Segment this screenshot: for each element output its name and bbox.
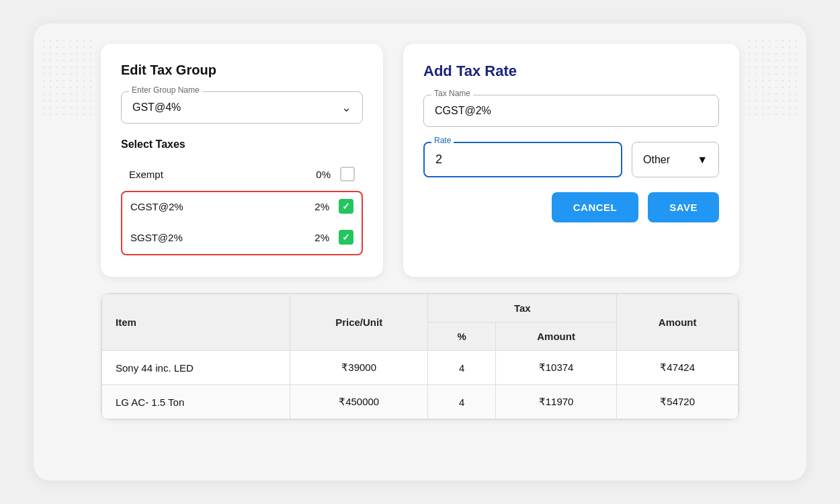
group-name-field-group: Enter Group Name GST@4% ⌄ [121,91,363,124]
main-container: Edit Tax Group Enter Group Name GST@4% ⌄… [34,24,806,480]
tax-pct-cgst: 2% [309,201,329,212]
add-tax-rate-card: Add Tax Rate Tax Name Rate Other ▼ CANCE… [403,44,739,277]
tax-pct-exempt: 0% [310,169,331,180]
rate-input-wrap: Rate [423,142,622,177]
rate-label: Rate [431,136,454,145]
tax-name-input[interactable] [423,95,719,127]
cell-item: Sony 44 inc. LED [102,351,290,385]
cell-amount: ₹47424 [617,351,739,385]
rate-type-dropdown[interactable]: Other ▼ [632,142,719,177]
cell-price-unit: ₹450000 [290,385,428,419]
cell-item: LG AC- 1.5 Ton [102,385,290,419]
checkbox-exempt[interactable] [340,167,355,181]
group-name-value: GST@4% [132,101,181,114]
tax-name-exempt: Exempt [129,169,310,180]
invoice-table-container: Item Price/Unit Tax Amount % Amount Sony… [101,293,739,420]
col-tax-pct: % [428,323,495,351]
top-row: Edit Tax Group Enter Group Name GST@4% ⌄… [60,44,780,277]
invoice-table: Item Price/Unit Tax Amount % Amount Sony… [101,294,739,419]
col-price-unit: Price/Unit [290,294,428,351]
save-button[interactable]: SAVE [648,192,719,222]
checkbox-sgst[interactable] [339,230,353,245]
rate-type-arrow-icon: ▼ [697,154,708,166]
add-tax-rate-title: Add Tax Rate [423,62,719,80]
tax-row-sgst: SGST@2% 2% [122,223,362,251]
tax-name-field-group: Tax Name [423,95,719,127]
cell-price-unit: ₹39000 [290,351,428,385]
cell-tax-pct: 4 [428,385,495,419]
tax-name-cgst: CGST@2% [130,201,309,212]
col-tax-amount: Amount [495,323,617,351]
cancel-button[interactable]: CANCEL [552,192,639,222]
button-row: CANCEL SAVE [423,192,719,222]
group-name-dropdown[interactable]: GST@4% ⌄ [121,91,363,124]
tax-row-exempt: Exempt 0% [121,160,363,188]
col-item: Item [102,294,290,351]
tax-name-sgst: SGST@2% [130,232,309,243]
col-tax-header: Tax [428,294,617,323]
col-amount: Amount [617,294,739,351]
cell-tax-pct: 4 [428,351,495,385]
cell-tax-amount: ₹11970 [495,385,617,419]
dropdown-arrow-icon: ⌄ [341,100,351,115]
tax-name-label: Tax Name [431,89,473,98]
table-row: Sony 44 inc. LED ₹39000 4 ₹10374 ₹47424 [102,351,739,385]
tax-row-cgst: CGST@2% 2% [122,192,362,220]
cell-tax-amount: ₹10374 [495,351,617,385]
cell-amount: ₹54720 [617,385,739,419]
rate-input[interactable] [423,142,622,177]
table-row: LG AC- 1.5 Ton ₹450000 4 ₹11970 ₹54720 [102,385,739,419]
checkbox-cgst[interactable] [339,199,353,214]
edit-tax-group-title: Edit Tax Group [121,62,363,78]
tax-pct-sgst: 2% [309,232,329,243]
rate-row: Rate Other ▼ [423,142,719,177]
edit-tax-group-card: Edit Tax Group Enter Group Name GST@4% ⌄… [101,44,383,277]
rate-type-value: Other [643,154,670,166]
group-name-label: Enter Group Name [129,85,202,95]
select-taxes-label: Select Taxes [121,138,363,151]
